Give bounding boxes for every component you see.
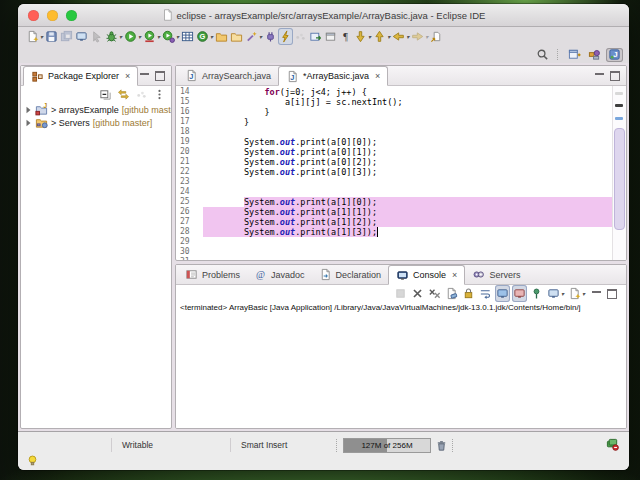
search-wand-button[interactable]: ▾	[244, 28, 263, 45]
minimize-console-button[interactable]	[592, 291, 601, 296]
background-sync-icon[interactable]	[606, 438, 619, 451]
debug-button[interactable]: ▾	[104, 28, 123, 45]
minimize-view-button[interactable]	[140, 73, 149, 78]
back-history-button[interactable]: ▾	[391, 28, 410, 45]
run-garbage-collector-button[interactable]	[434, 437, 449, 454]
open-console-button[interactable]: ▾	[567, 285, 586, 302]
open-task-button[interactable]	[308, 28, 323, 45]
search-button[interactable]	[535, 46, 550, 63]
close-view-icon[interactable]: ×	[452, 270, 457, 280]
line-number[interactable]: 18	[176, 127, 203, 137]
line-number[interactable]: 21	[176, 157, 203, 167]
collapse-all-button[interactable]	[98, 86, 113, 103]
editor-tab-arraysearch-java[interactable]: JArraySearch.java	[178, 66, 278, 85]
java-ee-perspective-button[interactable]	[586, 48, 603, 62]
tab-declaration[interactable]: Declaration	[312, 265, 389, 284]
save-button[interactable]	[44, 28, 59, 45]
line-number[interactable]: 27	[176, 217, 203, 227]
tree-item-arraysExample[interactable]: J> arraysExample [github maste	[21, 103, 171, 116]
new-table-button[interactable]	[180, 28, 195, 45]
code-line[interactable]: 20 System.out.print(a[0][1]);	[176, 147, 612, 157]
code-line[interactable]: 21 System.out.print(a[0][2]);	[176, 157, 612, 167]
code-line[interactable]: 27 System.out.print(a[1][2]);	[176, 217, 612, 227]
code-line[interactable]: 16 }	[176, 107, 612, 117]
open-resource-button[interactable]	[229, 28, 244, 45]
code-editor[interactable]: 14 for(j=0; j<4; j++) {15 a[i][j] = sc.n…	[176, 86, 612, 260]
focus-on-active-task-button[interactable]	[134, 86, 149, 103]
tab-package-explorer[interactable]: Package Explorer ×	[23, 66, 138, 86]
tab-servers[interactable]: Servers	[465, 265, 527, 284]
content-assist-button[interactable]	[293, 28, 308, 45]
previous-annotation-button[interactable]: ▾	[372, 28, 391, 45]
drag-grip[interactable]	[336, 439, 340, 452]
expand-arrow-icon[interactable]	[25, 119, 32, 127]
line-number[interactable]: 31	[176, 257, 203, 260]
code-line[interactable]: 19 System.out.print(a[0][0]);	[176, 137, 612, 147]
display-selected-console-button[interactable]: ▾	[546, 285, 565, 302]
show-whitespace-button[interactable]: ¶	[338, 28, 353, 45]
tab-javadoc[interactable]: @Javadoc	[247, 265, 312, 284]
open-perspective-button[interactable]	[566, 48, 583, 62]
code-line[interactable]: 28 System.out.print(a[1][3]);	[176, 227, 612, 237]
new-connection-button[interactable]	[263, 28, 278, 45]
minimize-window-button[interactable]	[47, 10, 58, 21]
annotation-mark[interactable]	[615, 117, 623, 120]
line-number[interactable]: 26	[176, 207, 203, 217]
maximize-view-button[interactable]	[155, 71, 165, 81]
code-line[interactable]: 15 a[i][j] = sc.nextInt();	[176, 97, 612, 107]
profile-button[interactable]: ▾	[161, 28, 180, 45]
line-number[interactable]: 20	[176, 147, 203, 157]
maximize-editor-button[interactable]	[610, 71, 620, 81]
code-line[interactable]: 18	[176, 127, 612, 137]
title-bar[interactable]: eclipse - arraysExample/src/arraysExampl…	[18, 4, 629, 27]
scroll-lock-button[interactable]	[461, 285, 476, 302]
line-number[interactable]: 24	[176, 187, 203, 197]
line-number[interactable]: 19	[176, 137, 203, 147]
code-line[interactable]: 22 System.out.print(a[0][3]);	[176, 167, 612, 177]
pin-console-button[interactable]	[529, 285, 544, 302]
code-line[interactable]: 29	[176, 237, 612, 247]
maximize-console-button[interactable]	[607, 289, 617, 299]
minimize-editor-button[interactable]	[595, 73, 604, 78]
remove-all-terminated-button[interactable]	[427, 285, 442, 302]
show-console-on-output-button[interactable]	[495, 285, 510, 302]
forward-history-button[interactable]: ▾	[410, 28, 429, 45]
expand-arrow-icon[interactable]	[25, 106, 32, 114]
line-number[interactable]: 14	[176, 87, 203, 97]
line-number[interactable]: 29	[176, 237, 203, 247]
word-wrap-button[interactable]	[478, 285, 493, 302]
tab-problems[interactable]: Problems	[178, 265, 247, 284]
line-number[interactable]: 16	[176, 107, 203, 117]
next-annotation-button[interactable]: ▾	[353, 28, 372, 45]
run-coverage-button[interactable]: ▾	[142, 28, 161, 45]
overview-ruler[interactable]	[612, 86, 626, 260]
run-button[interactable]: ▾	[123, 28, 142, 45]
close-view-icon[interactable]: ×	[125, 71, 130, 81]
update-project-button[interactable]: G▾	[195, 28, 214, 45]
close-window-button[interactable]	[28, 10, 39, 21]
code-line[interactable]: 31	[176, 257, 612, 260]
line-number[interactable]: 25	[176, 197, 203, 207]
line-number[interactable]: 30	[176, 247, 203, 257]
code-line[interactable]: 24	[176, 187, 612, 197]
tab-console[interactable]: Console×	[388, 265, 465, 285]
code-line[interactable]: 17 }	[176, 117, 612, 127]
open-type-button[interactable]	[214, 28, 229, 45]
view-menu-button[interactable]	[152, 86, 167, 103]
line-number[interactable]: 22	[176, 167, 203, 177]
tip-lightbulb-icon[interactable]	[26, 454, 39, 467]
select-tool-button[interactable]	[89, 28, 104, 45]
code-line[interactable]: 30	[176, 247, 612, 257]
line-number[interactable]: 28	[176, 227, 203, 237]
last-edit-location-button[interactable]	[429, 28, 444, 45]
tree-item-Servers[interactable]: > Servers [github master]	[21, 116, 171, 129]
editor-tab--arraybasic-java[interactable]: J*ArrayBasic.java×	[278, 66, 388, 86]
link-with-editor-button[interactable]	[116, 86, 131, 103]
line-number[interactable]: 23	[176, 177, 203, 187]
zoom-window-button[interactable]	[66, 10, 77, 21]
line-number[interactable]: 15	[176, 97, 203, 107]
show-console-on-error-button[interactable]	[512, 285, 527, 302]
terminate-button[interactable]	[393, 285, 408, 302]
clear-console-button[interactable]	[444, 285, 459, 302]
external-tools-button[interactable]	[278, 28, 293, 45]
